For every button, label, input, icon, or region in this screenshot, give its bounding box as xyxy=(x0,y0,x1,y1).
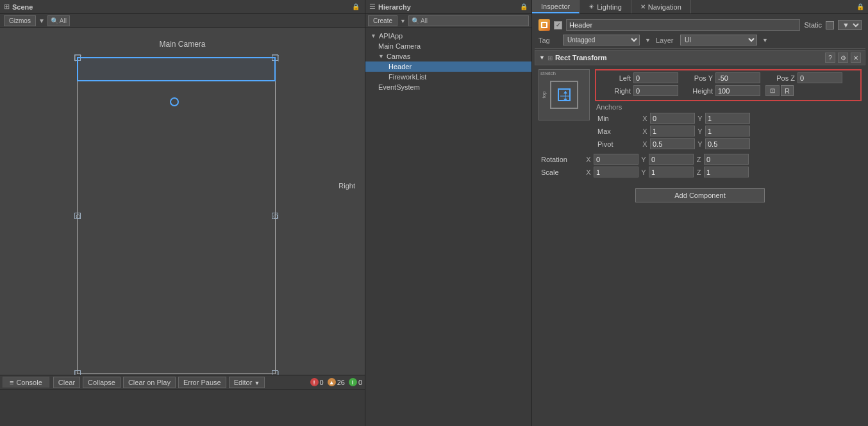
warn-status: ▲ 26 xyxy=(328,378,345,386)
tag-layer-row: Tag Untagged ▼ Layer UI ▼ xyxy=(535,33,865,47)
rect-transform-title: Rect Transform xyxy=(555,54,607,61)
gizmos-button[interactable]: Gizmos xyxy=(4,15,36,26)
info-icon: i xyxy=(349,378,357,386)
handle-ml[interactable] xyxy=(74,213,81,219)
posz-input[interactable] xyxy=(797,72,842,83)
collapse-button[interactable]: Collapse xyxy=(83,377,121,388)
hierarchy-item-eventsystem[interactable]: EventSystem xyxy=(365,82,531,92)
max-label: Max xyxy=(595,127,640,135)
enabled-checkbox[interactable] xyxy=(554,21,562,29)
add-component-button[interactable]: Add Component xyxy=(635,188,765,202)
editor-button[interactable]: Editor ▼ xyxy=(229,377,265,388)
inspector-content: Static ▼ Tag Untagged ▼ Layer UI ▼ xyxy=(532,14,868,426)
ui-wireframe-rect: ▼ xyxy=(77,57,276,374)
error-pause-button[interactable]: Error Pause xyxy=(178,377,226,388)
anchor-widget[interactable]: stretch top xyxy=(538,69,590,120)
anchor-arrows-svg xyxy=(559,90,572,102)
scale-z-input[interactable] xyxy=(704,167,749,177)
min-field-group: X Y xyxy=(641,113,750,124)
scene-canvas[interactable]: Main Camera xyxy=(0,28,365,375)
min-x-input[interactable] xyxy=(650,113,695,124)
header-selection xyxy=(77,57,276,81)
hierarchy-toolbar: Create ▼ 🔍 All xyxy=(365,14,531,28)
handle-mr[interactable] xyxy=(272,213,278,219)
rect-transform-section-header[interactable]: ▼ ⊞ Rect Transform ? ⚙ ✕ xyxy=(535,50,865,65)
hierarchy-item-canvas[interactable]: ▼ Canvas xyxy=(365,51,531,61)
rotation-x-axis: X xyxy=(585,156,592,163)
anchors-label: Anchors xyxy=(595,103,640,111)
rotation-x-input[interactable] xyxy=(594,154,638,165)
height-label: Height xyxy=(681,87,713,95)
clear-on-play-button[interactable]: Clear on Play xyxy=(123,377,176,388)
rotation-z-axis: Z xyxy=(695,156,703,163)
gameobject-name-input[interactable] xyxy=(566,19,800,31)
right-input[interactable] xyxy=(633,85,678,96)
hierarchy-item-header[interactable]: Header xyxy=(365,61,531,72)
posy-input[interactable] xyxy=(715,72,760,83)
right-label: Right xyxy=(599,87,631,95)
left-label: Left xyxy=(599,74,631,82)
pivot-label: Pivot xyxy=(595,140,640,148)
error-count: 0 xyxy=(320,379,324,386)
section-icon-1[interactable]: ? xyxy=(825,53,835,63)
inspector-tab-label: Inspector xyxy=(541,3,570,10)
create-dropdown-icon: ▼ xyxy=(400,18,406,24)
inspector-lock-icon[interactable]: 🔒 xyxy=(856,3,864,10)
max-y-input[interactable] xyxy=(705,126,750,136)
section-icon-2[interactable]: ⚙ xyxy=(838,53,848,63)
inspector-header-row: Static ▼ xyxy=(535,17,865,33)
hierarchy-content: ▼ APIApp Main Camera ▼ Canvas Header Fir… xyxy=(365,28,531,426)
height-input[interactable] xyxy=(715,85,760,96)
lighting-tab-label: Lighting xyxy=(597,3,622,11)
hierarchy-item-fireworklist[interactable]: FireworkList xyxy=(365,72,531,82)
r-button[interactable]: R xyxy=(781,85,794,96)
max-x-input[interactable] xyxy=(650,126,695,136)
blueprint-btn[interactable]: ⊡ xyxy=(765,85,780,96)
anchor-left-label: top xyxy=(541,91,547,98)
scale-x-input[interactable] xyxy=(594,167,638,177)
static-dropdown[interactable]: ▼ xyxy=(838,20,862,30)
hierarchy-item-maincamera[interactable]: Main Camera xyxy=(365,41,531,51)
console-tab[interactable]: ≡ Console xyxy=(3,377,49,388)
static-checkbox[interactable] xyxy=(826,21,834,29)
rotation-label: Rotation xyxy=(538,156,583,163)
hierarchy-item-apiapp[interactable]: ▼ APIApp xyxy=(365,31,531,41)
hierarchy-lock-icon[interactable]: 🔒 xyxy=(520,3,528,10)
svg-point-4 xyxy=(76,215,80,218)
right-height-row: Right Height ⊡ R xyxy=(599,85,858,96)
editor-dropdown-icon: ▼ xyxy=(254,380,260,386)
tag-select[interactable]: Untagged xyxy=(563,35,640,45)
item-label: Main Camera xyxy=(378,42,421,50)
tab-lighting[interactable]: ☀ Lighting xyxy=(580,0,631,13)
dropdown-icon: ▼ xyxy=(38,17,45,24)
layer-select[interactable]: UI xyxy=(680,35,757,45)
layer-dropdown-icon: ▼ xyxy=(762,37,768,44)
highlighted-fields: Left Pos Y Pos Z Right Height xyxy=(595,69,862,101)
static-label: Static xyxy=(804,21,822,29)
tab-navigation[interactable]: ✕ Navigation xyxy=(631,0,691,13)
search-icon: 🔍 xyxy=(412,17,419,24)
handle-bl[interactable] xyxy=(74,370,81,375)
lock-icon[interactable]: 🔒 xyxy=(351,3,361,10)
scale-y-input[interactable] xyxy=(649,167,694,177)
top-anchor-label: stretch xyxy=(540,70,556,76)
pivot-y-input[interactable] xyxy=(705,138,750,149)
console-status: ! 0 ▲ 26 i 0 xyxy=(310,378,363,386)
rotation-y-input[interactable] xyxy=(649,154,694,165)
rotation-y-axis: Y xyxy=(640,156,647,163)
min-y-input[interactable] xyxy=(705,113,750,124)
error-status: ! 0 xyxy=(310,378,324,386)
pivot-x-input[interactable] xyxy=(650,138,695,149)
hierarchy-search-value: All xyxy=(421,17,428,24)
rotation-z-input[interactable] xyxy=(704,154,749,165)
gameobject-icon xyxy=(538,19,550,31)
section-icon-3[interactable]: ✕ xyxy=(851,53,861,63)
create-button[interactable]: Create xyxy=(368,15,397,26)
clear-button[interactable]: Clear xyxy=(53,377,80,388)
handle-br[interactable] xyxy=(272,370,278,375)
left-input[interactable] xyxy=(633,72,678,83)
svg-marker-12 xyxy=(563,91,567,94)
posy-label: Pos Y xyxy=(681,74,713,82)
scale-field-group: X Y Z xyxy=(585,167,749,177)
tab-inspector[interactable]: Inspector xyxy=(532,0,580,13)
